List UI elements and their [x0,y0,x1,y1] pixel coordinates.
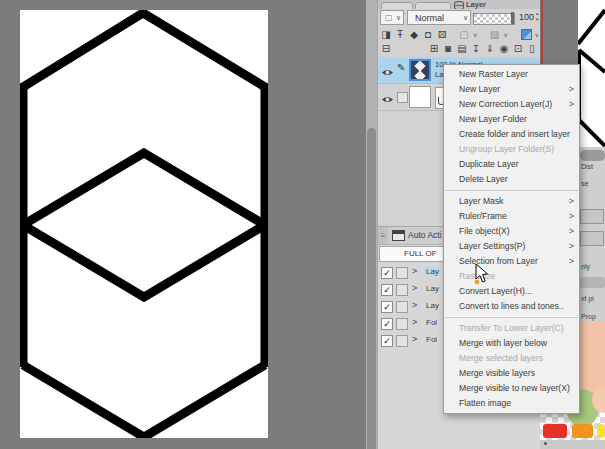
menu-item-label: New Layer Folder [459,114,527,124]
hexagon-pattern-drawing [20,10,268,438]
extract-line-icon[interactable]: ▨ [488,28,500,40]
new-raster-layer-icon[interactable]: ⊞ [428,43,440,55]
opacity-slider-handle[interactable] [511,12,514,24]
expand-chevron-icon[interactable]: > [412,266,417,276]
layer-color-chip[interactable] [521,29,532,40]
menu-item-label: Ungroup Layer Folder(S) [459,144,554,154]
brush-preview-fragment [580,150,605,161]
new-layer-folder-icon[interactable]: ▤ [456,43,468,55]
combine-mode-dropdown[interactable]: ▢ ∨ [380,10,404,25]
submenu-arrow-icon: > [569,254,574,269]
menu-item-ungroup-layer-folder-s[interactable]: Ungroup Layer Folder(S) [444,142,579,157]
scrollbar-thumb[interactable] [367,128,376,449]
menu-item-convert-layer-h[interactable]: Convert Layer(H)... [444,284,579,299]
action-pause-checkbox[interactable] [396,301,408,313]
layer-thumbnail[interactable] [409,59,431,81]
action-enabled-checkbox[interactable]: ✓ [381,301,393,313]
palette-tab-strip: Layer [378,0,541,9]
fragment-button[interactable] [580,209,604,224]
layer-command-toolbar: ⊟ ⊞◙▤↧⇓◉⊡▯ [380,41,540,56]
menu-item-layer-mask[interactable]: Layer Mask> [444,194,579,209]
expand-chevron-icon[interactable]: > [412,283,417,293]
expand-chevron-icon[interactable]: > [412,317,417,327]
chevron-down-icon: ∨ [503,31,507,38]
menu-item-rasterize[interactable]: Rasterize [444,269,579,284]
chevron-down-icon: ∨ [473,31,477,38]
visibility-eye-icon[interactable] [381,64,394,75]
menu-item-merge-visible-to-new-layer-x[interactable]: Merge visible to new layer(X) [444,381,579,396]
fragment-button[interactable] [580,231,604,246]
canvas-vertical-scrollbar[interactable] [366,0,377,449]
visibility-eye-icon[interactable] [381,91,394,102]
blend-mode-dropdown[interactable]: Normal ∨ [407,10,471,25]
menu-item-selection-from-layer[interactable]: Selection from Layer> [444,254,579,269]
action-pause-checkbox[interactable] [396,284,408,296]
fragment-label: xt pi [581,295,594,302]
lock-transparent-pixels-icon[interactable]: Ŧ [394,28,406,40]
layer-tab[interactable]: Layer [466,0,486,9]
clip-studio-paint-window: Layer ▢ ∨ Normal ∨ 100 ▴▾ ◨Ŧ◆◘⚄▢∨▨∨∨ ⊟ ⊞… [0,0,605,449]
menu-item-merge-visible-layers[interactable]: Merge visible layers [444,366,579,381]
action-enabled-checkbox[interactable]: ✓ [381,318,393,330]
action-pause-checkbox[interactable] [396,267,408,279]
menu-item-ruler-frame[interactable]: Ruler/Frame> [444,209,579,224]
menu-item-new-correction-layer-j[interactable]: New Correction Layer(J)> [444,97,579,112]
menu-item-create-folder-and-insert-layer[interactable]: Create folder and insert layer [444,127,579,142]
enable-keyframes-icon[interactable]: ⚄ [436,28,448,40]
fragment-label: Dist [581,163,593,170]
menu-item-label: Selection from Layer [459,256,538,266]
paper-layer-thumbnail[interactable] [409,86,431,108]
menu-item-new-layer-folder[interactable]: New Layer Folder [444,112,579,127]
menu-item-duplicate-layer[interactable]: Duplicate Layer [444,157,579,172]
color-swatch-yellow[interactable] [597,424,605,438]
action-enabled-checkbox[interactable]: ✓ [381,284,393,296]
action-name: Lay [424,284,441,293]
drawing-canvas[interactable] [20,10,268,438]
apply-mask-icon[interactable]: ⊡ [512,43,524,55]
layer-context-menu: New Raster LayerNew Layer>New Correction… [443,64,580,414]
action-enabled-checkbox[interactable]: ✓ [381,335,393,347]
expand-chevron-icon[interactable]: > [412,334,417,344]
palette-tab-fragment[interactable] [381,2,413,9]
merge-with-lower-layer-icon[interactable]: ⇓ [484,43,496,55]
menu-item-label: Duplicate Layer [459,159,519,169]
tone-effect-icon[interactable]: ▢ [458,28,470,40]
menu-item-merge-selected-layers[interactable]: Merge selected layers [444,351,579,366]
opacity-value: 100 [516,12,534,22]
action-pause-checkbox[interactable] [396,335,408,347]
collapse-palette-icon[interactable]: ⊟ [380,43,392,55]
palette-tab-fragment[interactable] [415,2,451,9]
delete-layer-icon[interactable]: ▯ [526,43,538,55]
reference-layer-icon[interactable]: ◆ [408,28,420,40]
action-pause-checkbox[interactable] [396,318,408,330]
blend-mode-value: Normal [415,13,444,23]
tiny-mark [544,442,547,445]
menu-item-label: Convert Layer(H)... [459,286,532,296]
menu-item-new-layer[interactable]: New Layer> [444,82,579,97]
menu-item-transfer-to-lower-layer-c[interactable]: Transfer To Lower Layer(C) [444,321,579,336]
submenu-arrow-icon: > [569,194,574,209]
opacity-stepper[interactable]: ▴▾ [536,10,539,22]
menu-item-delete-layer[interactable]: Delete Layer [444,172,579,187]
action-enabled-checkbox[interactable]: ✓ [381,267,393,279]
menu-item-convert-to-lines-and-tones[interactable]: Convert to lines and tones.. [444,299,579,314]
new-vector-layer-icon[interactable]: ◙ [442,43,454,55]
auto-action-title: Auto Acti [408,230,442,240]
menu-item-new-raster-layer[interactable]: New Raster Layer [444,67,579,82]
draft-checkbox[interactable] [397,92,408,103]
menu-item-flatten-image[interactable]: Flatten image [444,396,579,411]
color-swatch-orange[interactable] [572,424,593,438]
color-swatch-red[interactable] [543,424,567,438]
create-layer-mask-icon[interactable]: ◉ [498,43,510,55]
clip-to-layer-below-icon[interactable]: ◨ [380,28,392,40]
chevron-down-icon: ∨ [463,14,468,22]
menu-item-label: Merge visible to new layer(X) [459,383,570,393]
menu-item-file-object-x[interactable]: File object(X)> [444,224,579,239]
menu-item-layer-settings-p[interactable]: Layer Settings(P)> [444,239,579,254]
menu-item-merge-with-layer-below[interactable]: Merge with layer below [444,336,579,351]
opacity-slider[interactable] [473,13,515,25]
expand-chevron-icon[interactable]: > [412,300,417,310]
transfer-to-lower-layer-icon[interactable]: ↧ [470,43,482,55]
lock-layer-icon[interactable]: ◘ [422,28,434,40]
palette-menu-icon[interactable]: ≡ [378,227,388,244]
